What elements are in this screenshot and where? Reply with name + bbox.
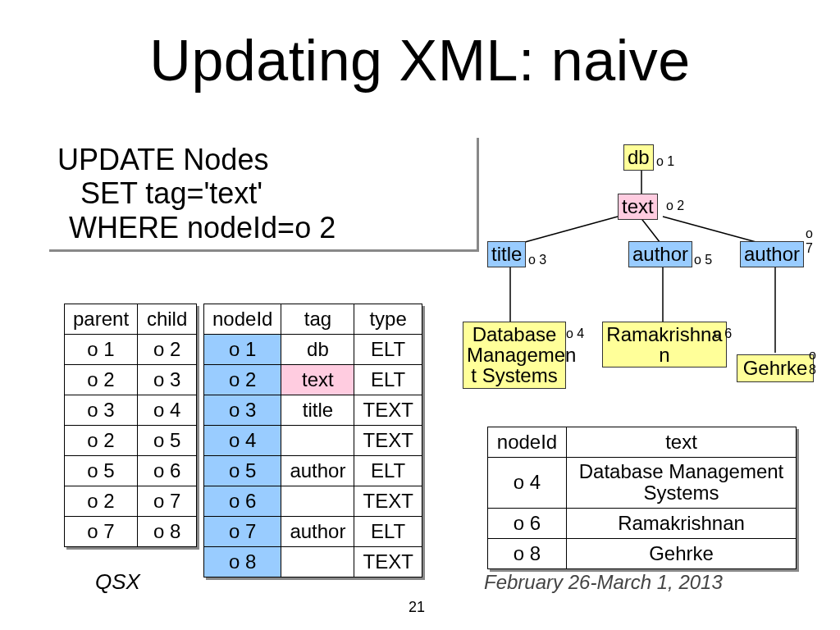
- leaf-line: Ramakrishna: [606, 323, 722, 345]
- footer-dateline: February 26-March 1, 2013: [484, 571, 723, 594]
- table-cell: o 7: [204, 517, 281, 547]
- edges-table: parentchild o 1o 2 o 2o 3 o 3o 4 o 2o 5 …: [64, 304, 197, 547]
- nodes-table: nodeIdtagtype o 1dbELT o 2textELT o 3tit…: [203, 304, 422, 578]
- table-cell: o 5: [138, 426, 197, 456]
- tree-leaf-o8: Gehrke: [737, 354, 814, 382]
- tree-node-book: text: [618, 194, 658, 220]
- col-nodeid2: nodeId: [488, 427, 567, 458]
- tree-id-o6: o 6: [714, 326, 732, 341]
- col-text: text: [567, 427, 797, 458]
- table-cell: o 2: [65, 365, 138, 395]
- table-cell: o 8: [138, 517, 197, 547]
- sql-line2: SET tag='text': [57, 176, 468, 210]
- table-cell: o 4: [204, 426, 281, 456]
- table-cell: o 2: [65, 426, 138, 456]
- sql-line3: WHERE nodeId=o 2: [57, 211, 468, 244]
- table-cell: author: [281, 517, 354, 547]
- table-cell: Ramakrishnan: [567, 508, 797, 538]
- table-cell: o 6: [488, 508, 567, 538]
- table-cell: db: [281, 335, 354, 365]
- tree-id-o3: o 3: [528, 253, 546, 267]
- table-cell: o 6: [204, 486, 281, 517]
- tree-node-db: db: [623, 144, 654, 171]
- xml-tree: db o 1 text o 2 title o 3 author o 5 aut…: [451, 139, 820, 451]
- sql-box: UPDATE Nodes SET tag='text' WHERE nodeId…: [49, 138, 479, 252]
- footer-qsx: QSX: [95, 569, 140, 595]
- tree-id-o5: o 5: [694, 253, 712, 267]
- table-cell: o 6: [138, 456, 197, 486]
- table-cell: o 7: [65, 517, 138, 547]
- sql-line1: UPDATE Nodes: [57, 143, 468, 176]
- table-cell: ELT: [354, 365, 422, 395]
- table-cell: o 2: [204, 365, 281, 395]
- table-cell: ELT: [354, 517, 422, 547]
- tree-id-o2: o 2: [666, 199, 684, 213]
- table-cell: TEXT: [354, 395, 422, 426]
- leaf-line: Managemen: [467, 344, 576, 366]
- col-tag: tag: [281, 304, 354, 335]
- table-cell: o 8: [488, 538, 567, 568]
- table-cell: o 4: [138, 395, 197, 426]
- table-cell: o 5: [204, 456, 281, 486]
- tree-id-o8: o 8: [809, 348, 820, 377]
- table-cell: TEXT: [354, 486, 422, 517]
- table-cell-updated: text: [281, 365, 354, 395]
- col-type: type: [354, 304, 422, 335]
- table-cell: o 1: [65, 335, 138, 365]
- tree-leaf-o4: Database Managemen t Systems: [463, 322, 566, 389]
- leaf-line: t Systems: [471, 364, 557, 386]
- table-cell: Gehrke: [567, 538, 797, 568]
- table-cell: o 5: [65, 456, 138, 486]
- table-cell: o 1: [204, 335, 281, 365]
- table-cell: o 4: [488, 458, 567, 509]
- table-cell: ELT: [354, 335, 422, 365]
- col-nodeid: nodeId: [204, 304, 281, 335]
- tree-node-author2: author: [740, 241, 804, 267]
- table-cell: o 2: [65, 486, 138, 517]
- slide-title: Updating XML: naive: [0, 0, 840, 94]
- table-cell: [281, 547, 354, 578]
- table-cell: o 3: [204, 395, 281, 426]
- tree-id-o4: o 4: [566, 326, 584, 341]
- tree-id-o7: o 7: [806, 226, 820, 256]
- tree-node-author1: author: [628, 241, 692, 267]
- leaf-line: n: [659, 344, 669, 366]
- table-cell: o 2: [138, 335, 197, 365]
- tree-id-o1: o 1: [656, 154, 674, 169]
- table-cell: Database Management Systems: [567, 458, 797, 509]
- col-parent: parent: [65, 304, 138, 335]
- table-cell: [281, 486, 354, 517]
- table-cell: title: [281, 395, 354, 426]
- table-cell: ELT: [354, 456, 422, 486]
- tree-node-title: title: [487, 241, 526, 267]
- table-cell: TEXT: [354, 547, 422, 578]
- slide-number: 21: [409, 599, 425, 616]
- table-cell: o 7: [138, 486, 197, 517]
- tree-lines: [451, 139, 820, 451]
- table-cell: o 3: [138, 365, 197, 395]
- table-cell: o 8: [204, 547, 281, 578]
- table-cell: o 3: [65, 395, 138, 426]
- col-child: child: [138, 304, 197, 335]
- svg-line-1: [510, 217, 618, 246]
- table-cell: author: [281, 456, 354, 486]
- tree-leaf-o6: Ramakrishna n: [602, 322, 727, 368]
- leaf-line: Database: [472, 323, 557, 345]
- table-cell: [281, 426, 354, 456]
- text-table: nodeIdtext o 4Database Management System…: [487, 427, 797, 569]
- table-cell: TEXT: [354, 426, 422, 456]
